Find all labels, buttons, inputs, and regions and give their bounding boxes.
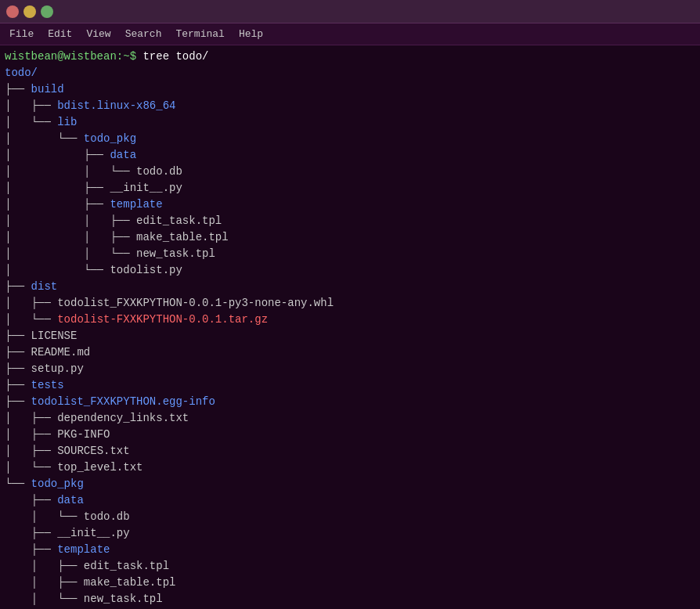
dir-label: data [57,494,84,506]
file-label: todolist-FXXKPYTHON-0.0.1.tar.gz [57,313,268,326]
tree-char: │ ├── [5,576,84,589]
file-label: make_table.tpl [136,231,229,243]
tree-char: │ ├── [5,198,110,211]
file-label: todolist.py [110,264,182,276]
dir-label: todo_pkg [31,477,84,490]
tree-char: ├── [5,362,31,375]
tree-char: │ ├── [5,560,84,572]
root-dir: todo/ [5,67,38,79]
close-button[interactable] [6,5,19,18]
file-label: top_level.txt [57,461,143,474]
tree-char: │ ├── [5,428,57,441]
tree-char: │ ├── [5,149,110,161]
file-label: __init__.py [110,182,182,194]
dir-label: template [57,543,110,556]
window-controls[interactable] [6,5,53,18]
tree-char: │ └── [5,510,84,523]
tree-char: ├── [5,330,31,342]
tree-char: ├── [5,346,31,359]
prompt: wistbean@wistbean:~$ [5,50,143,63]
menu-edit[interactable]: Edit [41,26,78,42]
dir-label: bdist.linux-x86_64 [57,99,175,112]
dir-label: todolist_FXXKPYTHON.egg-info [31,395,215,408]
tree-char: │ │ └── [5,165,136,178]
tree-char: │ ├── [5,297,57,309]
menu-search[interactable]: Search [119,26,168,42]
tree-char: │ │ ├── [5,214,136,227]
tree-char: ├── [5,83,31,95]
menu-view[interactable]: View [80,26,117,42]
tree-char: ├── [5,494,57,506]
tree-char: │ ├── [5,99,57,112]
tree-char: │ ├── [5,182,110,194]
file-label: edit_task.tpl [136,214,222,227]
menu-help[interactable]: Help [233,26,269,42]
dir-label: build [31,83,64,95]
tree-char: ├── [5,379,31,391]
file-label: PKG-INFO [57,428,110,441]
tree-char: │ └── [5,313,57,326]
file-label: todo.db [84,510,130,523]
command: tree todo/ [143,50,208,63]
tree-char: │ ├── [5,412,57,424]
file-label: new_task.tpl [84,593,163,605]
menu-file[interactable]: File [3,26,40,42]
dir-label: data [110,149,136,161]
tree-char: │ └── [5,116,57,128]
tree-char: ├── [5,280,31,293]
dir-label: template [110,198,162,211]
tree-char: ├── [5,527,57,539]
titlebar [0,0,700,23]
tree-char: │ └── [5,264,110,276]
file-label: new_task.tpl [136,247,215,260]
menu-terminal[interactable]: Terminal [169,26,230,42]
file-label: setup.py [31,362,84,375]
tree-char: ├── [5,395,31,408]
file-label: todo.db [136,165,182,178]
dir-label: todo_pkg [84,132,136,145]
dir-label: dist [31,280,58,293]
tree-char: └── [5,477,31,490]
dir-label: lib [57,116,77,128]
file-label: dependency_links.txt [57,412,189,424]
file-label: make_table.tpl [84,576,176,589]
maximize-button[interactable] [41,5,53,18]
file-label: __init__.py [57,527,129,539]
tree-char: │ └── [5,132,84,145]
tree-char: │ │ └── [5,247,136,260]
minimize-button[interactable] [23,5,36,18]
tree-char: │ └── [5,593,84,605]
menubar: File Edit View Search Terminal Help [0,23,700,45]
file-label: todolist_FXXKPYTHON-0.0.1-py3-none-any.w… [57,297,334,309]
tree-char: ├── [5,543,57,556]
terminal-content[interactable]: wistbean@wistbean:~$ tree todo/todo/├── … [0,45,700,609]
tree-char: │ │ ├── [5,231,136,243]
dir-label: tests [31,379,64,391]
tree-char: │ └── [5,461,57,474]
file-label: edit_task.tpl [84,560,169,572]
file-label: LICENSE [31,330,78,342]
file-label: SOURCES.txt [57,445,129,457]
tree-char: │ ├── [5,445,57,457]
file-label: README.md [31,346,91,359]
